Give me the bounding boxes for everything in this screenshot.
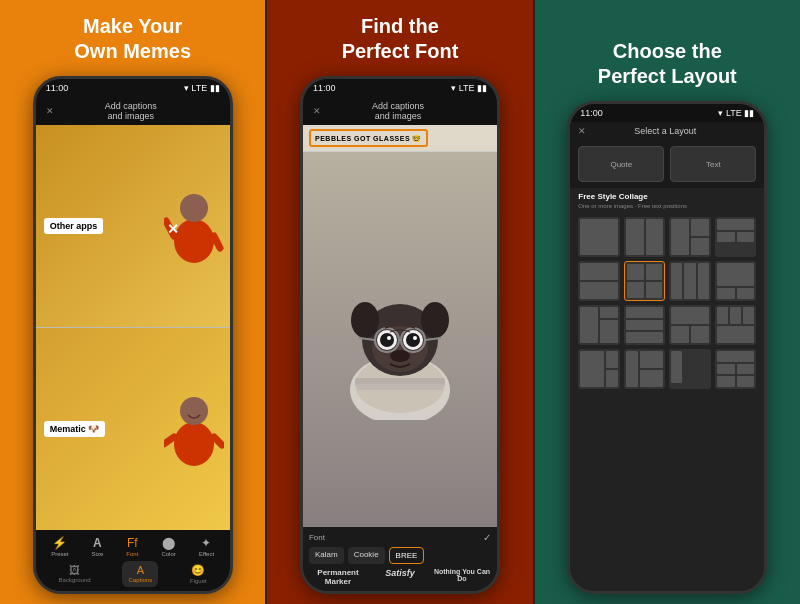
layout-grid bbox=[570, 213, 764, 393]
toolbar-1: ⚡ Preset A Size Ff Font ⬤ Color ✦ Effe bbox=[36, 530, 230, 591]
lt-cell bbox=[646, 282, 663, 298]
meme-caption-other-apps: Other apps bbox=[44, 218, 104, 234]
layout-thumb-2[interactable] bbox=[624, 217, 666, 257]
layout-title-label: Select a Layout bbox=[586, 126, 744, 136]
toolbar-effect[interactable]: ✦ Effect bbox=[199, 536, 214, 557]
phone-mockup-2: 11:00 ▾ LTE ▮▮ ✕ Add captionsand images … bbox=[300, 76, 500, 594]
layout-thumb-7[interactable] bbox=[669, 261, 711, 301]
svg-point-6 bbox=[180, 397, 208, 425]
font-bree[interactable]: BREE bbox=[389, 547, 425, 564]
color-label: Color bbox=[161, 551, 175, 557]
close-icon-3[interactable]: ✕ bbox=[578, 126, 586, 136]
svg-point-5 bbox=[174, 422, 214, 466]
toolbar-color[interactable]: ⬤ Color bbox=[161, 536, 175, 557]
toolbar-icons-row: ⚡ Preset A Size Ff Font ⬤ Color ✦ Effe bbox=[40, 536, 226, 557]
lt-cell bbox=[737, 364, 755, 375]
figuet-label: Figuet bbox=[190, 578, 207, 584]
svg-point-1 bbox=[180, 194, 208, 222]
status-icons-1: ▾ LTE ▮▮ bbox=[184, 83, 220, 93]
layout-thumb-13[interactable] bbox=[578, 349, 620, 389]
lt-cell bbox=[671, 351, 682, 383]
close-icon-2[interactable]: ✕ bbox=[313, 106, 321, 116]
panel-font: Find the Perfect Font 11:00 ▾ LTE ▮▮ ✕ A… bbox=[265, 0, 534, 604]
status-time-2: 11:00 bbox=[313, 83, 336, 93]
layout-thumb-15[interactable] bbox=[669, 349, 711, 389]
lt-cell bbox=[717, 232, 735, 243]
font-permanent-marker[interactable]: PermanentMarker bbox=[309, 568, 367, 586]
panel-3-title: Choose the Perfect Layout bbox=[598, 14, 737, 89]
pug-image bbox=[335, 260, 465, 420]
layout-thumb-5[interactable] bbox=[578, 261, 620, 301]
font-chips-row1: Kalam Cookie BREE bbox=[309, 547, 491, 564]
status-bar-1: 11:00 ▾ LTE ▮▮ bbox=[36, 79, 230, 97]
lt-cell bbox=[717, 263, 755, 286]
lt-cell bbox=[626, 219, 644, 255]
lt-cell bbox=[691, 219, 709, 236]
svg-point-16 bbox=[372, 324, 428, 372]
lt-cell bbox=[627, 264, 644, 280]
lt-cell bbox=[717, 351, 755, 362]
lt-cell bbox=[730, 307, 741, 324]
lt-cell bbox=[671, 219, 689, 255]
font-checkmark: ✓ bbox=[483, 532, 491, 543]
layout-thumb-6-selected[interactable] bbox=[624, 261, 666, 301]
background-label: Background bbox=[59, 577, 91, 583]
font-nothing[interactable]: Nothing You CanDo bbox=[433, 568, 491, 586]
captions-label: Captions bbox=[128, 577, 152, 583]
layout-thumb-1[interactable] bbox=[578, 217, 620, 257]
toolbar-size[interactable]: A Size bbox=[92, 536, 104, 557]
layout-text[interactable]: Text bbox=[670, 146, 756, 182]
svg-line-7 bbox=[164, 437, 174, 444]
lt-cell bbox=[717, 364, 735, 375]
lt-cell bbox=[580, 282, 618, 299]
font-kalam[interactable]: Kalam bbox=[309, 547, 344, 564]
status-time-1: 11:00 bbox=[46, 83, 69, 93]
lt-cell bbox=[640, 351, 664, 368]
layout-thumb-8[interactable] bbox=[715, 261, 757, 301]
layout-thumb-9[interactable] bbox=[578, 305, 620, 345]
nav-bar-1: ✕ Add captionsand images bbox=[36, 97, 230, 125]
lt-cell bbox=[691, 238, 709, 255]
lt-cell bbox=[691, 326, 709, 343]
close-icon-1[interactable]: ✕ bbox=[46, 106, 54, 116]
meme-screen: ✕ Other apps bbox=[36, 125, 230, 530]
color-icon: ⬤ bbox=[162, 536, 175, 550]
effect-icon: ✦ bbox=[201, 536, 211, 550]
toolbar-preset[interactable]: ⚡ Preset bbox=[51, 536, 68, 557]
toolbar-font[interactable]: Ff Font bbox=[126, 536, 138, 557]
layout-quote[interactable]: Quote bbox=[578, 146, 664, 182]
layout-thumb-14[interactable] bbox=[624, 349, 666, 389]
font-highlight-bar: PEBBLES GOT GLASSES 🤓 bbox=[309, 129, 428, 147]
svg-point-22 bbox=[413, 336, 417, 340]
lt-cell bbox=[737, 288, 755, 299]
lt-cell bbox=[606, 370, 618, 387]
svg-line-8 bbox=[214, 437, 222, 445]
font-satisfy[interactable]: Satisfy bbox=[371, 568, 429, 586]
panel-1-title: Make Your Own Memes bbox=[74, 14, 191, 64]
layout-thumb-4[interactable] bbox=[715, 217, 757, 257]
background-icon: 🖼 bbox=[69, 564, 80, 576]
tab-background[interactable]: 🖼 Background bbox=[53, 561, 97, 587]
lt-cell bbox=[717, 307, 728, 324]
lt-cell bbox=[717, 326, 755, 343]
lt-cell bbox=[737, 376, 755, 387]
lt-cell bbox=[646, 219, 664, 255]
status-bar-2: 11:00 ▾ LTE ▮▮ bbox=[303, 79, 497, 97]
font-chips-row2: PermanentMarker Satisfy Nothing You CanD… bbox=[309, 568, 491, 586]
layout-thumb-10[interactable] bbox=[624, 305, 666, 345]
lt-cell bbox=[743, 307, 754, 324]
panel-2-title: Find the Perfect Font bbox=[342, 14, 459, 64]
layout-thumb-3[interactable] bbox=[669, 217, 711, 257]
layout-thumb-11[interactable] bbox=[669, 305, 711, 345]
tab-captions[interactable]: A Captions bbox=[122, 561, 158, 587]
toolbar-tabs-row: 🖼 Background A Captions 😊 Figuet bbox=[40, 561, 226, 587]
tab-figuet[interactable]: 😊 Figuet bbox=[184, 561, 213, 587]
lt-cell bbox=[600, 320, 618, 343]
layout-thumb-16[interactable] bbox=[715, 349, 757, 389]
font-cookie[interactable]: Cookie bbox=[348, 547, 385, 564]
svg-point-19 bbox=[380, 333, 394, 347]
svg-point-0 bbox=[174, 219, 214, 263]
phone-mockup-3: 11:00 ▾ LTE ▮▮ ✕ Select a Layout Quote T… bbox=[567, 101, 767, 594]
preset-label: Preset bbox=[51, 551, 68, 557]
layout-thumb-12[interactable] bbox=[715, 305, 757, 345]
